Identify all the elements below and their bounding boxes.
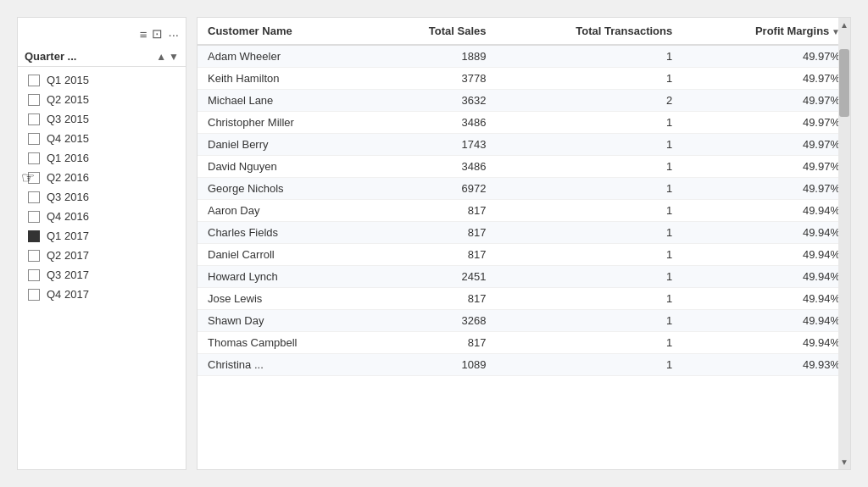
- cell-total_transactions: 1: [496, 178, 682, 200]
- cell-total_transactions: 1: [496, 45, 682, 68]
- cell-customer_name: George Nichols: [198, 178, 372, 200]
- slicer-item[interactable]: Q1 2017: [18, 226, 186, 246]
- slicer-item[interactable]: Q2 2016☞: [18, 168, 186, 187]
- slicer-checkbox[interactable]: [28, 152, 40, 164]
- slicer-list: Q1 2015Q2 2015Q3 2015Q4 2015Q1 2016Q2 20…: [18, 67, 186, 462]
- cell-customer_name: Christopher Miller: [198, 112, 372, 134]
- slicer-grid-icon[interactable]: ⊡: [152, 26, 163, 42]
- data-table: Customer NameTotal SalesTotal Transactio…: [198, 18, 850, 376]
- slicer-item-label: Q2 2016: [47, 171, 89, 184]
- table-row: Howard Lynch2451149.94%: [198, 266, 850, 288]
- slicer-item[interactable]: Q1 2016: [18, 148, 186, 168]
- cell-customer_name: Daniel Berry: [198, 134, 372, 156]
- slicer-item[interactable]: Q4 2016: [18, 207, 186, 226]
- cell-profit_margins: 49.97%: [682, 178, 850, 200]
- col-header-profit_margins[interactable]: Profit Margins: [682, 18, 850, 45]
- slicer-lines-icon[interactable]: ≡: [140, 27, 147, 42]
- cell-total_sales: 817: [372, 288, 496, 310]
- slicer-checkbox[interactable]: [28, 75, 40, 86]
- cell-profit_margins: 49.94%: [682, 222, 850, 244]
- sort-desc-icon[interactable]: ▼: [169, 51, 179, 63]
- slicer-item[interactable]: Q3 2017: [18, 265, 186, 285]
- slicer-item-label: Q2 2015: [47, 93, 89, 106]
- col-header-total_transactions[interactable]: Total Transactions: [496, 18, 682, 45]
- slicer-item[interactable]: Q3 2016: [18, 187, 186, 207]
- cell-total_transactions: 1: [496, 134, 682, 156]
- slicer-header: Quarter ... ▲ ▼: [18, 47, 186, 67]
- cell-total_sales: 6972: [372, 178, 496, 200]
- slicer-item[interactable]: Q2 2015: [18, 90, 186, 109]
- slicer-item[interactable]: Q4 2015: [18, 129, 186, 148]
- cell-profit_margins: 49.94%: [682, 266, 850, 288]
- cell-customer_name: Aaron Day: [198, 200, 372, 222]
- cell-total_transactions: 1: [496, 200, 682, 222]
- slicer-checkbox[interactable]: [28, 230, 40, 242]
- cell-total_transactions: 1: [496, 288, 682, 310]
- cell-total_sales: 3486: [372, 156, 496, 178]
- slicer-item-label: Q1 2015: [47, 74, 89, 86]
- cell-profit_margins: 49.97%: [682, 156, 850, 178]
- slicer-checkbox[interactable]: [28, 211, 40, 223]
- cell-profit_margins: 49.94%: [682, 200, 850, 222]
- table-row: Daniel Carroll817149.94%: [198, 244, 850, 266]
- cell-customer_name: Jose Lewis: [198, 288, 372, 310]
- cell-customer_name: Christina ...: [198, 354, 372, 376]
- slicer-item[interactable]: Q4 2017: [18, 285, 186, 304]
- slicer-item-label: Q4 2017: [47, 288, 89, 301]
- cell-total_transactions: 1: [496, 354, 682, 376]
- table-row: Shawn Day3268149.94%: [198, 310, 850, 332]
- cell-profit_margins: 49.94%: [682, 332, 850, 354]
- scrollbar-thumb[interactable]: [839, 49, 849, 117]
- cell-total_sales: 3632: [372, 90, 496, 112]
- table-scroll-wrapper[interactable]: Customer NameTotal SalesTotal Transactio…: [198, 18, 850, 469]
- col-header-customer_name[interactable]: Customer Name: [198, 18, 372, 45]
- slicer-item-label: Q2 2017: [47, 249, 89, 262]
- slicer-checkbox[interactable]: [28, 172, 40, 184]
- cell-profit_margins: 49.94%: [682, 288, 850, 310]
- slicer-item-label: Q1 2016: [47, 152, 89, 164]
- slicer-checkbox[interactable]: [28, 269, 40, 281]
- slicer-checkbox[interactable]: [28, 133, 40, 145]
- slicer-checkbox[interactable]: [28, 250, 40, 262]
- slicer-item[interactable]: Q2 2017: [18, 246, 186, 265]
- slicer-checkbox[interactable]: [28, 113, 40, 125]
- cell-customer_name: David Nguyen: [198, 156, 372, 178]
- cell-total_transactions: 1: [496, 310, 682, 332]
- cell-total_sales: 1089: [372, 354, 496, 376]
- table-panel: Customer NameTotal SalesTotal Transactio…: [197, 17, 851, 470]
- slicer-item[interactable]: Q1 2015: [18, 70, 186, 90]
- cell-customer_name: Howard Lynch: [198, 266, 372, 288]
- cell-total_sales: 1743: [372, 134, 496, 156]
- slicer-item-label: Q3 2017: [47, 268, 89, 281]
- vertical-scrollbar[interactable]: ▲ ▼: [838, 18, 850, 469]
- slicer-checkbox[interactable]: [28, 94, 40, 106]
- cell-customer_name: Thomas Campbell: [198, 332, 372, 354]
- sort-asc-icon[interactable]: ▲: [156, 51, 166, 63]
- cell-total_transactions: 1: [496, 68, 682, 90]
- table-row: Daniel Berry1743149.97%: [198, 134, 850, 156]
- slicer-more-icon[interactable]: ···: [168, 27, 179, 42]
- table-row: Christopher Miller3486149.97%: [198, 112, 850, 134]
- scroll-down-arrow[interactable]: ▼: [840, 455, 849, 469]
- scroll-up-arrow[interactable]: ▲: [840, 18, 849, 32]
- main-container: ≡ ⊡ ··· Quarter ... ▲ ▼ Q1 2015Q2 2015Q3…: [0, 0, 868, 487]
- table-row: Christina ...1089149.93%: [198, 354, 850, 376]
- slicer-item[interactable]: Q3 2015: [18, 109, 186, 129]
- cell-total_transactions: 1: [496, 112, 682, 134]
- cell-customer_name: Daniel Carroll: [198, 244, 372, 266]
- slicer-checkbox[interactable]: [28, 191, 40, 203]
- table-row: George Nichols6972149.97%: [198, 178, 850, 200]
- cell-profit_margins: 49.97%: [682, 112, 850, 134]
- cell-total_transactions: 1: [496, 222, 682, 244]
- table-row: Charles Fields817149.94%: [198, 222, 850, 244]
- cell-profit_margins: 49.93%: [682, 354, 850, 376]
- cell-profit_margins: 49.97%: [682, 90, 850, 112]
- cell-total_transactions: 1: [496, 244, 682, 266]
- slicer-item-label: Q4 2015: [47, 132, 89, 145]
- slicer-checkbox[interactable]: [28, 289, 40, 301]
- slicer-header-label: Quarter ...: [25, 50, 151, 63]
- cell-customer_name: Adam Wheeler: [198, 45, 372, 68]
- col-header-total_sales[interactable]: Total Sales: [372, 18, 496, 45]
- cell-total_transactions: 1: [496, 332, 682, 354]
- cell-total_sales: 1889: [372, 45, 496, 68]
